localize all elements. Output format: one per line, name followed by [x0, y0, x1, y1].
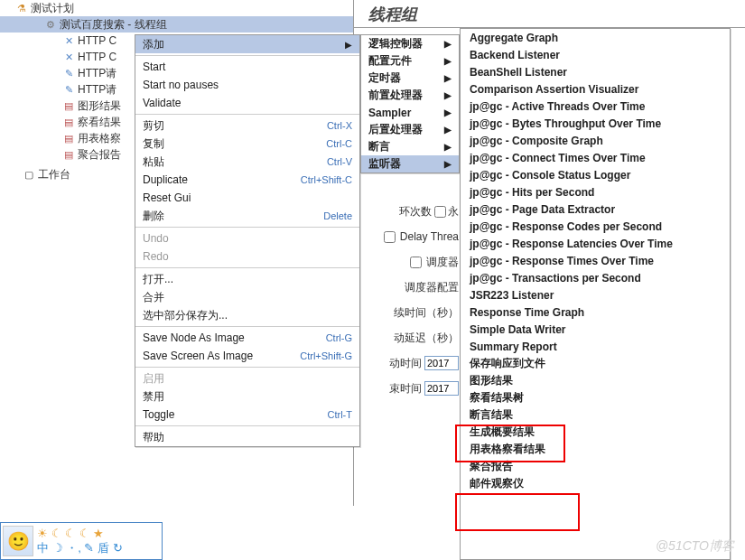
- menu-enable: 启用: [135, 369, 359, 387]
- avatar: 🙂: [3, 526, 33, 556]
- menu-cut[interactable]: 剪切Ctrl-X: [135, 117, 359, 135]
- listener-item[interactable]: Backend Listener: [461, 46, 730, 63]
- listener-item[interactable]: Response Time Graph: [461, 303, 730, 321]
- submenu-assert[interactable]: 断言▶: [361, 138, 459, 155]
- chart-icon: ▤: [61, 98, 76, 113]
- menu-save-node-image[interactable]: Save Node As ImageCtrl-G: [135, 329, 359, 347]
- tree-root-label: 测试计划: [31, 1, 74, 16]
- submenu-listener[interactable]: 监听器▶: [361, 155, 459, 173]
- menu-add[interactable]: 添加▶: [135, 35, 359, 53]
- menu-paste[interactable]: 粘贴Ctrl-V: [135, 153, 359, 171]
- listener-item[interactable]: jp@gc - Page Data Extractor: [461, 201, 730, 218]
- listener-item[interactable]: 聚合报告: [461, 458, 730, 475]
- listener-item[interactable]: jp@gc - Active Threads Over Time: [461, 98, 730, 115]
- end-time-input[interactable]: [424, 381, 459, 396]
- status-icons-row1: ☀ ☾ ☾ ☾ ★: [37, 527, 123, 541]
- chevron-right-icon: ▶: [444, 39, 452, 49]
- status-icons-row2: 中 ☽ ・, ✎ 盾 ↻: [37, 541, 123, 555]
- listener-item[interactable]: 察看结果树: [461, 389, 730, 406]
- listener-item[interactable]: jp@gc - Transactions per Second: [461, 269, 730, 286]
- listener-item[interactable]: jp@gc - Response Codes per Second: [461, 218, 730, 235]
- panel-title: 线程组: [368, 4, 417, 25]
- menu-reset-gui[interactable]: Reset Gui: [135, 189, 359, 207]
- status-bar: 🙂 ☀ ☾ ☾ ☾ ★ 中 ☽ ・, ✎ 盾 ↻: [0, 522, 163, 560]
- submenu-timer[interactable]: 定时器▶: [361, 70, 459, 87]
- listener-item[interactable]: JSR223 Listener: [461, 286, 730, 303]
- gear-icon: ⚙: [43, 17, 58, 32]
- listener-item[interactable]: 保存响应到文件: [461, 355, 730, 372]
- menu-save-screen-image[interactable]: Save Screen As ImageCtrl+Shift-G: [135, 347, 359, 365]
- doc-icon: ✕: [61, 50, 76, 64]
- listener-item[interactable]: Summary Report: [461, 338, 730, 355]
- menu-save-selection[interactable]: 选中部分保存为...: [135, 306, 359, 324]
- delay-thread-checkbox[interactable]: [384, 231, 396, 243]
- listener-item[interactable]: 断言结果: [461, 406, 730, 424]
- submenu-post[interactable]: 后置处理器▶: [361, 121, 459, 138]
- flask-icon: ⚗: [14, 1, 29, 15]
- menu-start-no-pauses[interactable]: Start no pauses: [135, 76, 359, 94]
- clipboard-icon: ▢: [22, 167, 36, 182]
- listener-item[interactable]: 邮件观察仪: [461, 475, 730, 492]
- menu-delete[interactable]: 删除Delete: [135, 207, 359, 225]
- tree-thread-group[interactable]: ⚙ 测试百度搜索 - 线程组: [0, 16, 353, 33]
- listener-item[interactable]: 用表格察看结果: [461, 441, 730, 458]
- status-icons: ☀ ☾ ☾ ☾ ★ 中 ☽ ・, ✎ 盾 ↻: [37, 527, 123, 555]
- listener-item[interactable]: jp@gc - Bytes Throughput Over Time: [461, 115, 730, 132]
- chart-icon: ▤: [61, 115, 76, 129]
- submenu-listeners: Aggregate Graph Backend Listener BeanShe…: [460, 28, 731, 560]
- listener-item[interactable]: jp@gc - Response Times Over Time: [461, 252, 730, 269]
- menu-merge[interactable]: 合并: [135, 288, 359, 306]
- listener-item[interactable]: BeanShell Listener: [461, 63, 730, 80]
- pencil-icon: ✎: [61, 82, 76, 97]
- tree-root[interactable]: ⚗ 测试计划: [0, 0, 353, 16]
- scheduler-checkbox[interactable]: [410, 257, 422, 268]
- submenu-logic[interactable]: 逻辑控制器▶: [361, 35, 459, 52]
- submenu-categories: 逻辑控制器▶ 配置元件▶ 定时器▶ 前置处理器▶ Sampler▶ 后置处理器▶…: [360, 34, 460, 173]
- listener-item[interactable]: jp@gc - Console Status Logger: [461, 166, 730, 183]
- tree-child-label: 测试百度搜索 - 线程组: [60, 17, 167, 33]
- listener-item[interactable]: jp@gc - Hits per Second: [461, 183, 730, 201]
- watermark: @51CTO博客: [656, 538, 734, 555]
- listener-item[interactable]: Aggregate Graph: [461, 29, 730, 46]
- start-time-input[interactable]: [424, 356, 459, 370]
- form-fragments: 环次数 永 Delay Threa 调度器 调度器配置 续时间（秒） 动延迟（秒…: [354, 199, 462, 401]
- chevron-right-icon: ▶: [345, 40, 352, 50]
- submenu-config[interactable]: 配置元件▶: [361, 52, 459, 70]
- menu-undo: Undo: [135, 229, 359, 247]
- listener-item[interactable]: Comparison Assertion Visualizer: [461, 80, 730, 98]
- listener-item[interactable]: jp@gc - Composite Graph: [461, 132, 730, 149]
- chart-icon: ▤: [61, 147, 76, 162]
- submenu-pre[interactable]: 前置处理器▶: [361, 87, 459, 104]
- listener-item[interactable]: jp@gc - Response Latencies Over Time: [461, 235, 730, 252]
- menu-open[interactable]: 打开...: [135, 270, 359, 288]
- pencil-icon: ✎: [61, 66, 76, 80]
- menu-redo: Redo: [135, 247, 359, 266]
- menu-copy[interactable]: 复制Ctrl-C: [135, 135, 359, 153]
- listener-item[interactable]: 生成概要结果: [461, 424, 730, 441]
- forever-checkbox[interactable]: [434, 206, 446, 218]
- chart-icon: ▤: [61, 131, 76, 145]
- menu-duplicate[interactable]: DuplicateCtrl+Shift-C: [135, 171, 359, 189]
- doc-icon: ✕: [61, 33, 76, 48]
- context-menu-main: 添加▶ Start Start no pauses Validate 剪切Ctr…: [135, 34, 360, 447]
- menu-validate[interactable]: Validate: [135, 94, 359, 112]
- listener-item[interactable]: jp@gc - Connect Times Over Time: [461, 149, 730, 166]
- listener-item[interactable]: Simple Data Writer: [461, 321, 730, 338]
- menu-help[interactable]: 帮助: [135, 428, 359, 446]
- menu-start[interactable]: Start: [135, 58, 359, 76]
- menu-toggle[interactable]: ToggleCtrl-T: [135, 406, 359, 424]
- menu-disable[interactable]: 禁用: [135, 387, 359, 406]
- submenu-sampler[interactable]: Sampler▶: [361, 104, 459, 121]
- listener-item[interactable]: 图形结果: [461, 372, 730, 389]
